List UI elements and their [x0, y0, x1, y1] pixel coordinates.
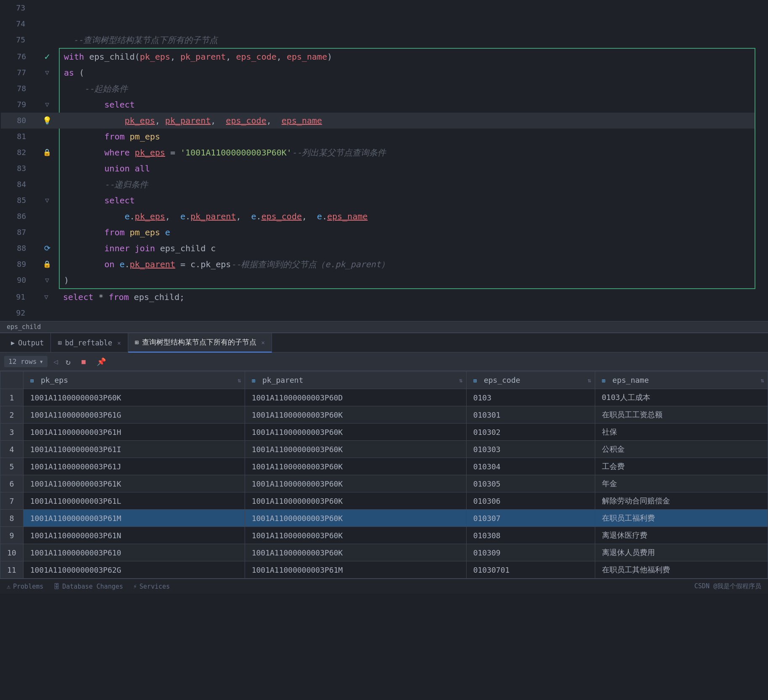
table-row[interactable]: 81001A11000000003P61M1001A11000000003P60… — [0, 510, 768, 527]
table-cell-eps_name[interactable]: 公积金 — [595, 441, 768, 458]
code-line-81: 81 from pm_eps — [1, 129, 755, 145]
line-content-75: --查询树型结构某节点下所有的子节点 — [59, 32, 768, 48]
rows-dropdown-icon[interactable]: ▾ — [39, 358, 43, 366]
table-row[interactable]: 21001A11000000003P61G1001A11000000003P60… — [0, 406, 768, 424]
table-cell-pk_parent[interactable]: 1001A11000000003P60K — [245, 510, 466, 527]
eps-name-sort-icon[interactable]: ⇅ — [761, 377, 764, 384]
table-cell-eps_name[interactable]: 在职员工福利费 — [595, 510, 768, 527]
status-database-changes[interactable]: 🗄 Database Changes — [53, 583, 123, 590]
table-row[interactable]: 111001A11000000003P62G1001A11000000003P6… — [0, 561, 768, 579]
table-cell-eps_code[interactable]: 010303 — [466, 441, 595, 458]
refresh-icon: ↻ — [66, 357, 71, 367]
line-number-73: 73 — [0, 0, 34, 16]
table-cell-pk_parent[interactable]: 1001A11000000003P60K — [245, 544, 466, 561]
table-row[interactable]: 11001A11000000003P60K1001A11000000003P60… — [0, 389, 768, 406]
table-cell-pk_eps[interactable]: 1001A11000000003P610 — [23, 544, 245, 561]
status-services[interactable]: ⚡ Services — [133, 583, 170, 590]
table-cell-rownum: 8 — [0, 510, 24, 527]
table-row[interactable]: 41001A11000000003P61I1001A11000000003P60… — [0, 441, 768, 458]
table-cell-eps_name[interactable]: 年金 — [595, 475, 768, 492]
table-cell-pk_parent[interactable]: 1001A11000000003P60K — [245, 458, 466, 475]
table-cell-pk_eps[interactable]: 1001A11000000003P61M — [23, 510, 245, 527]
table-cell-rownum: 11 — [0, 561, 24, 579]
table-cell-eps_name[interactable]: 工会费 — [595, 458, 768, 475]
query-tab-icon: ⊞ — [135, 339, 139, 346]
table-cell-pk_parent[interactable]: 1001A11000000003P60K — [245, 406, 466, 424]
table-row[interactable]: 91001A11000000003P61N1001A11000000003P60… — [0, 527, 768, 544]
table-cell-pk_eps[interactable]: 1001A11000000003P61L — [23, 492, 245, 510]
line-gutter-88: ⟳ — [34, 240, 60, 256]
prev-page-icon[interactable]: ◁ — [53, 357, 58, 366]
table-cell-pk_parent[interactable]: 1001A11000000003P60K — [245, 475, 466, 492]
th-pk-parent[interactable]: ⊞ pk_parent ⇅ — [245, 371, 466, 389]
tab-query[interactable]: ⊞ 查询树型结构某节点下所有的子节点 ✕ — [128, 333, 272, 353]
table-cell-pk_eps[interactable]: 1001A11000000003P61I — [23, 441, 245, 458]
table-row[interactable]: 51001A11000000003P61J1001A11000000003P60… — [0, 458, 768, 475]
table-cell-pk_parent[interactable]: 1001A11000000003P60K — [245, 441, 466, 458]
line-gutter-77: ▽ — [34, 65, 60, 81]
line-gutter-89: 🔒 — [34, 256, 60, 272]
code-line-74: 74 — [0, 16, 768, 32]
table-cell-eps_code[interactable]: 010306 — [466, 492, 595, 510]
th-eps-name[interactable]: ⊞ eps_name ⇅ — [595, 371, 768, 389]
table-cell-rownum: 10 — [0, 544, 24, 561]
pin-button[interactable]: 📌 — [93, 355, 109, 368]
table-cell-eps_code[interactable]: 010309 — [466, 544, 595, 561]
th-pk-eps[interactable]: ⊞ pk_eps ⇅ — [23, 371, 245, 389]
tab-bd-reftable[interactable]: ⊞ bd_reftable ✕ — [51, 333, 128, 353]
table-cell-pk_eps[interactable]: 1001A11000000003P61H — [23, 424, 245, 441]
table-cell-pk_eps[interactable]: 1001A11000000003P61N — [23, 527, 245, 544]
table-row[interactable]: 31001A11000000003P61H1001A11000000003P60… — [0, 424, 768, 441]
table-cell-eps_name[interactable]: 离退休医疗费 — [595, 527, 768, 544]
table-cell-rownum: 5 — [0, 458, 24, 475]
line-content-88: inner join eps_child c — [60, 240, 755, 256]
table-cell-pk_parent[interactable]: 1001A11000000003P60K — [245, 424, 466, 441]
table-cell-eps_code[interactable]: 01030701 — [466, 561, 595, 579]
table-cell-pk_eps[interactable]: 1001A11000000003P62G — [23, 561, 245, 579]
th-eps-code[interactable]: ⊞ eps_code ⇅ — [466, 371, 595, 389]
table-row[interactable]: 71001A11000000003P61L1001A11000000003P60… — [0, 492, 768, 510]
table-cell-pk_parent[interactable]: 1001A11000000003P60K — [245, 492, 466, 510]
tab-bd-reftable-close[interactable]: ✕ — [117, 339, 121, 346]
table-cell-eps_name[interactable]: 在职员工其他福利费 — [595, 561, 768, 579]
table-cell-eps_code[interactable]: 010304 — [466, 458, 595, 475]
status-problems[interactable]: ⚠ Problems — [7, 583, 43, 590]
table-cell-eps_name[interactable]: 离退休人员费用 — [595, 544, 768, 561]
tab-query-close[interactable]: ✕ — [261, 339, 265, 346]
table-cell-eps_code[interactable]: 010308 — [466, 527, 595, 544]
line-content-90: ) — [60, 272, 755, 288]
code-line-76: 76 ✓ with eps_child(pk_eps, pk_parent, e… — [1, 49, 755, 65]
table-cell-eps_code[interactable]: 010307 — [466, 510, 595, 527]
line-number-86: 86 — [1, 208, 34, 224]
code-line-86: 86 e.pk_eps, e.pk_parent, e.eps_code, e.… — [1, 208, 755, 224]
tab-output[interactable]: ▶ Output — [4, 333, 51, 353]
table-cell-eps_code[interactable]: 010302 — [466, 424, 595, 441]
table-row[interactable]: 101001A11000000003P6101001A11000000003P6… — [0, 544, 768, 561]
table-cell-eps_name[interactable]: 社保 — [595, 424, 768, 441]
eps-code-sort-icon[interactable]: ⇅ — [588, 377, 591, 384]
table-row[interactable]: 61001A11000000003P61K1001A11000000003P60… — [0, 475, 768, 492]
table-cell-eps_code[interactable]: 010301 — [466, 406, 595, 424]
stop-button[interactable]: ■ — [78, 356, 89, 367]
table-cell-pk_eps[interactable]: 1001A11000000003P61J — [23, 458, 245, 475]
refresh-button[interactable]: ↻ — [62, 355, 74, 368]
table-cell-pk_eps[interactable]: 1001A11000000003P61K — [23, 475, 245, 492]
table-cell-pk_parent[interactable]: 1001A11000000003P60D — [245, 389, 466, 406]
table-cell-eps_code[interactable]: 010305 — [466, 475, 595, 492]
pk-eps-sort-icon[interactable]: ⇅ — [238, 377, 241, 384]
table-cell-eps_name[interactable]: 解除劳动合同赔偿金 — [595, 492, 768, 510]
table-cell-rownum: 9 — [0, 527, 24, 544]
table-cell-pk_parent[interactable]: 1001A11000000003P61M — [245, 561, 466, 579]
line-number-75: 75 — [0, 32, 34, 48]
pk-parent-col-icon: ⊞ — [252, 377, 255, 384]
table-cell-pk_eps[interactable]: 1001A11000000003P60K — [23, 389, 245, 406]
table-cell-pk_parent[interactable]: 1001A11000000003P60K — [245, 527, 466, 544]
table-cell-eps_name[interactable]: 0103人工成本 — [595, 389, 768, 406]
table-cell-eps_code[interactable]: 0103 — [466, 389, 595, 406]
table-cell-pk_eps[interactable]: 1001A11000000003P61G — [23, 406, 245, 424]
pk-eps-col-icon: ⊞ — [30, 377, 34, 384]
pk-parent-sort-icon[interactable]: ⇅ — [459, 377, 462, 384]
table-body: 11001A11000000003P60K1001A11000000003P60… — [0, 389, 768, 579]
eps-name-col-icon: ⊞ — [602, 377, 605, 384]
table-cell-eps_name[interactable]: 在职员工工资总额 — [595, 406, 768, 424]
